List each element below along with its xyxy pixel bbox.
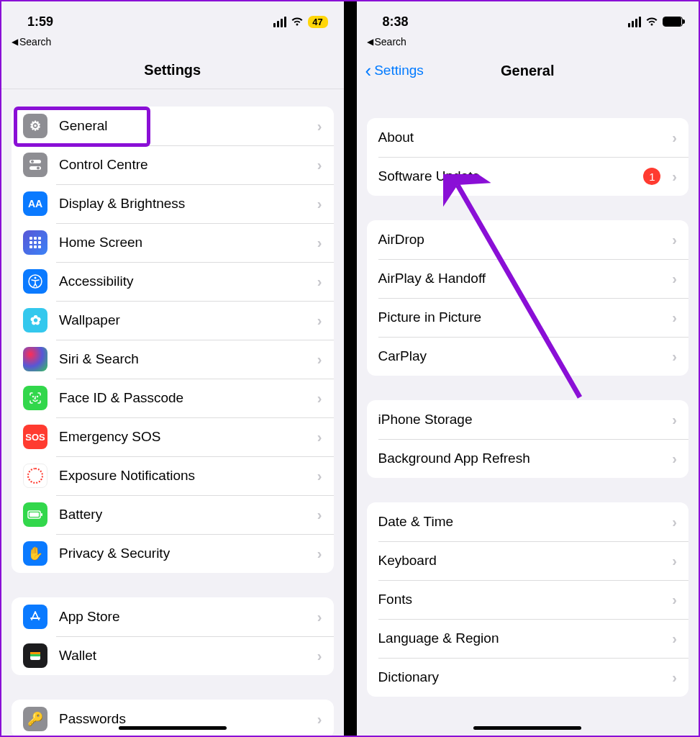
- svg-rect-19: [41, 513, 42, 516]
- chevron-right-icon: ›: [317, 157, 322, 173]
- back-to-search[interactable]: ◀ Search: [1, 36, 344, 52]
- row-label: Home Screen: [59, 235, 306, 250]
- row-carplay[interactable]: CarPlay ›: [367, 337, 689, 376]
- chevron-right-icon: ›: [672, 232, 677, 248]
- chevron-right-icon: ›: [672, 168, 677, 185]
- exposure-icon: [23, 464, 47, 488]
- row-label: Siri & Search: [59, 351, 306, 367]
- row-general[interactable]: ⚙ General ›: [12, 107, 334, 145]
- row-label: Date & Time: [378, 514, 661, 530]
- svg-point-15: [33, 397, 34, 397]
- row-display[interactable]: AA Display & Brightness ›: [12, 184, 334, 223]
- nav-back-label: Settings: [374, 63, 424, 78]
- svg-point-16: [37, 397, 38, 397]
- flower-icon: ✿: [23, 308, 47, 333]
- chevron-right-icon: ›: [317, 351, 322, 368]
- chevron-right-icon: ›: [672, 592, 677, 608]
- row-label: Privacy & Security: [59, 546, 306, 561]
- row-airplay[interactable]: AirPlay & Handoff ›: [367, 259, 689, 298]
- battery-percent-badge: 47: [308, 16, 328, 28]
- back-caret-icon: ◀: [367, 37, 373, 47]
- update-badge: 1: [643, 168, 660, 185]
- group-general-section: ⚙ General › Control Centre › AA Display …: [12, 107, 334, 573]
- chevron-right-icon: ›: [317, 312, 322, 329]
- display-icon: AA: [23, 191, 47, 216]
- svg-rect-10: [29, 245, 32, 248]
- home-indicator[interactable]: [473, 726, 581, 730]
- home-indicator[interactable]: [119, 726, 227, 730]
- row-label: CarPlay: [378, 348, 661, 364]
- status-bar: 1:59 47: [1, 1, 344, 36]
- svg-rect-22: [30, 654, 40, 656]
- general-list: About › Software Update 1 › AirDrop › Ai…: [357, 89, 699, 736]
- battery-icon: [663, 17, 683, 27]
- face-id-icon: [23, 386, 47, 410]
- chevron-right-icon: ›: [672, 514, 677, 530]
- nav-header: ‹ Settings General: [357, 52, 699, 89]
- screenshot-divider: [344, 1, 357, 736]
- row-control-centre[interactable]: Control Centre ›: [12, 145, 334, 184]
- row-accessibility[interactable]: Accessibility ›: [12, 262, 334, 301]
- svg-rect-18: [29, 512, 39, 517]
- row-dictionary[interactable]: Dictionary ›: [367, 658, 689, 697]
- grid-icon: [23, 230, 47, 255]
- back-to-search[interactable]: ◀ Search: [357, 36, 699, 52]
- row-privacy[interactable]: ✋ Privacy & Security ›: [12, 534, 334, 573]
- row-keyboard[interactable]: Keyboard ›: [367, 541, 689, 580]
- svg-rect-9: [38, 241, 41, 244]
- row-siri[interactable]: Siri & Search ›: [12, 340, 334, 379]
- chevron-right-icon: ›: [317, 507, 322, 523]
- row-exposure[interactable]: Exposure Notifications ›: [12, 456, 334, 495]
- nav-back-button[interactable]: ‹ Settings: [365, 52, 424, 89]
- row-home-screen[interactable]: Home Screen ›: [12, 223, 334, 262]
- group-storage-section: iPhone Storage › Background App Refresh …: [367, 400, 689, 478]
- chevron-left-icon: ‹: [365, 61, 372, 80]
- svg-rect-7: [29, 241, 32, 244]
- chevron-right-icon: ›: [317, 390, 322, 407]
- row-label: General: [59, 118, 306, 134]
- row-faceid[interactable]: Face ID & Passcode ›: [12, 379, 334, 417]
- chevron-right-icon: ›: [317, 468, 322, 484]
- accessibility-icon: [23, 269, 47, 294]
- row-passwords[interactable]: 🔑 Passwords ›: [12, 700, 334, 736]
- row-pip[interactable]: Picture in Picture ›: [367, 298, 689, 337]
- row-language[interactable]: Language & Region ›: [367, 619, 689, 658]
- right-screenshot: 8:38 ◀ Search ‹ Settings General About ›: [357, 1, 699, 736]
- switches-icon: [23, 153, 47, 177]
- row-label: Battery: [59, 507, 306, 523]
- sos-icon: SOS: [23, 425, 47, 449]
- svg-rect-8: [34, 241, 37, 244]
- row-label: Accessibility: [59, 273, 306, 289]
- row-label: Background App Refresh: [378, 451, 661, 466]
- wifi-icon: [291, 17, 304, 27]
- row-airdrop[interactable]: AirDrop ›: [367, 220, 689, 259]
- svg-rect-11: [34, 245, 37, 248]
- row-storage[interactable]: iPhone Storage ›: [367, 400, 689, 439]
- row-software-update[interactable]: Software Update 1 ›: [367, 157, 689, 196]
- row-bg-refresh[interactable]: Background App Refresh ›: [367, 439, 689, 478]
- back-caret-icon: ◀: [12, 37, 18, 47]
- chevron-right-icon: ›: [672, 348, 677, 365]
- group-about-section: About › Software Update 1 ›: [367, 118, 689, 196]
- row-datetime[interactable]: Date & Time ›: [367, 502, 689, 541]
- chevron-right-icon: ›: [672, 130, 677, 146]
- page-title: General: [501, 63, 554, 79]
- row-about[interactable]: About ›: [367, 118, 689, 157]
- row-label: Software Update: [378, 168, 632, 184]
- svg-rect-12: [38, 245, 41, 248]
- svg-rect-21: [30, 652, 40, 654]
- row-sos[interactable]: SOS Emergency SOS ›: [12, 417, 334, 456]
- chevron-right-icon: ›: [317, 196, 322, 212]
- battery-icon: [23, 502, 47, 527]
- status-time: 1:59: [27, 14, 53, 30]
- row-appstore[interactable]: App Store ›: [12, 597, 334, 636]
- row-fonts[interactable]: Fonts ›: [367, 580, 689, 619]
- row-wallpaper[interactable]: ✿ Wallpaper ›: [12, 301, 334, 340]
- row-label: Face ID & Passcode: [59, 390, 306, 406]
- chevron-right-icon: ›: [672, 553, 677, 569]
- chevron-right-icon: ›: [317, 648, 322, 664]
- chevron-right-icon: ›: [317, 429, 322, 446]
- row-battery[interactable]: Battery ›: [12, 495, 334, 534]
- row-wallet[interactable]: Wallet ›: [12, 636, 334, 675]
- cellular-icon: [628, 17, 641, 27]
